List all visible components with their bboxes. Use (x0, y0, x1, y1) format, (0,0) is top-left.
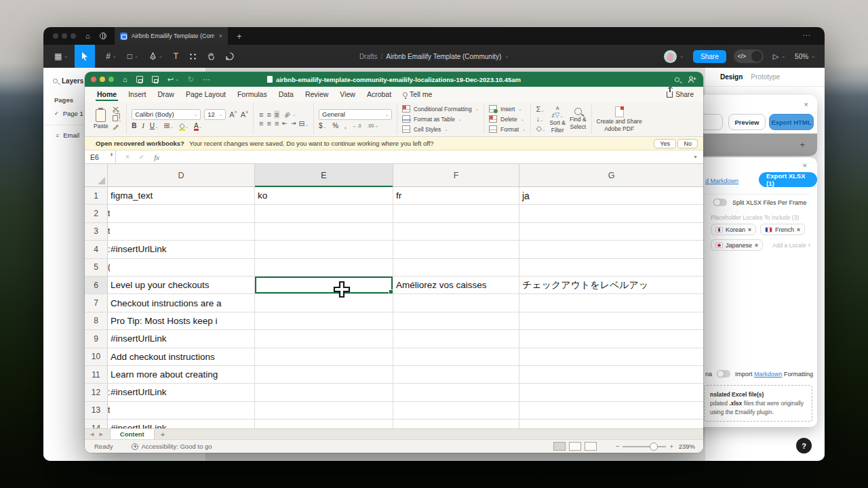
bold-button[interactable]: B (132, 122, 136, 129)
number-format-select[interactable]: General⌄ (319, 109, 392, 120)
split-xlsx-toggle[interactable] (713, 199, 727, 206)
window-control-dot[interactable] (62, 33, 67, 39)
cell-F7[interactable] (393, 294, 519, 311)
breadcrumb-file-title[interactable]: Airbnb Emailify Template (Community) (386, 53, 501, 60)
menu-tab-review[interactable]: Review (305, 90, 328, 98)
delete-cells-button[interactable]: Delete⌄ (489, 115, 526, 123)
cell-D8[interactable]: Pro Tip: Most Hosts keep i (108, 312, 255, 329)
pages-header[interactable]: Pages (54, 96, 73, 104)
cell-F5[interactable] (393, 259, 519, 276)
menu-tab-data[interactable]: Data (279, 90, 294, 98)
main-menu-button[interactable]: ▦⌄ (54, 52, 68, 61)
comment-tool-button[interactable] (226, 52, 234, 60)
insert-function-button[interactable]: fx (154, 153, 159, 161)
remove-locale-icon[interactable]: × (755, 242, 758, 249)
avatar[interactable] (664, 50, 677, 63)
zoom-window-button[interactable] (108, 77, 114, 82)
menu-tab-view[interactable]: View (340, 90, 355, 98)
cell-E14[interactable] (255, 420, 393, 428)
cell-G2[interactable] (519, 205, 703, 222)
name-box[interactable]: E6 ▲▼ (85, 150, 116, 163)
help-button[interactable]: ? (796, 438, 812, 453)
find-select-button[interactable]: Find & Select (570, 108, 587, 130)
cell-D7[interactable]: Checkout instructions are a (108, 294, 255, 311)
locale-chip-korean[interactable]: Korean× (711, 224, 756, 235)
import-markdown-toggle[interactable] (717, 370, 730, 378)
save-icon[interactable] (136, 76, 143, 83)
menu-share-button[interactable]: Share (667, 91, 694, 98)
zoom-in-button[interactable]: + (669, 443, 673, 450)
actions-tool-button[interactable] (189, 53, 197, 60)
menu-tab-draw[interactable]: Draw (157, 90, 174, 98)
clear-button[interactable]: ◇⌄ (536, 125, 545, 132)
frame-tool-button[interactable]: #⌄ (106, 52, 117, 61)
row-header-3[interactable]: 3 (85, 223, 108, 240)
share-person-icon[interactable] (688, 76, 696, 83)
align-top-button[interactable]: ≡ (258, 110, 264, 119)
markdown-link[interactable]: Markdown (754, 371, 783, 378)
orientation-button[interactable]: ab (283, 110, 292, 119)
adobe-pdf-button[interactable]: Create and Share Adobe PDF (597, 106, 642, 132)
row-header-13[interactable]: 13 (85, 402, 108, 419)
cell-F1[interactable]: fr (393, 187, 519, 204)
close-icon[interactable]: × (804, 100, 808, 108)
cell-G10[interactable] (519, 348, 703, 365)
merge-center-button[interactable]: ⊟⌄ (298, 120, 309, 127)
row-header-10[interactable]: 10 (85, 348, 108, 365)
sort-filter-button[interactable]: AZ▽⌄ Sort & Filter (549, 104, 566, 134)
row-header-11[interactable]: 11 (85, 366, 108, 383)
cell-G5[interactable] (519, 259, 703, 276)
row-header-6[interactable]: 6 (85, 277, 108, 293)
cell-D14[interactable]: #insertUrlLink (108, 420, 255, 428)
menu-tab-tell-me[interactable]: Tell me (403, 90, 432, 98)
cell-D1[interactable]: figma_text (108, 187, 255, 204)
name-box-stepper[interactable]: ▲▼ (110, 152, 113, 157)
cell-G11[interactable] (519, 366, 703, 383)
cell-F14[interactable] (393, 420, 519, 428)
cell-F12[interactable] (393, 384, 519, 401)
add-locale-button[interactable]: Add a Locale + (772, 242, 811, 249)
cell-E7[interactable] (255, 294, 393, 311)
borders-button[interactable]: ⊞⌄ (163, 122, 174, 129)
present-button[interactable]: ▷⌄ (773, 52, 785, 61)
menu-tab-acrobat[interactable]: Acrobat (367, 90, 391, 98)
cell-G1[interactable]: ja (519, 187, 703, 204)
search-icon[interactable] (675, 77, 679, 82)
currency-button[interactable]: $⌄ (319, 122, 326, 129)
increase-decimal-button[interactable]: .00→ (368, 123, 379, 128)
text-tool-button[interactable]: T (174, 52, 178, 61)
cell-styles-button[interactable]: Cell Styles⌄ (402, 125, 479, 133)
tab-prototype[interactable]: Prototype (751, 73, 780, 81)
cut-button[interactable] (113, 106, 121, 114)
export-html-button[interactable]: Export HTML (769, 114, 814, 130)
page-break-view-button[interactable] (585, 442, 597, 451)
more-icon[interactable]: ⋯ (203, 75, 210, 84)
chevron-down-icon[interactable]: ⌄ (505, 54, 509, 59)
save-as-icon[interactable] (152, 76, 159, 83)
cell-F11[interactable] (393, 366, 519, 383)
no-button[interactable]: No (677, 139, 698, 148)
cell-F13[interactable] (393, 402, 519, 419)
cell-D12[interactable]: :#insertUrlLink (108, 384, 255, 401)
font-name-select[interactable]: Calibri (Body)⌄ (132, 109, 201, 120)
cell-E10[interactable] (255, 348, 393, 365)
new-tab-button[interactable]: + (237, 31, 242, 41)
cell-E11[interactable] (255, 366, 393, 383)
cell-D5[interactable]: ( (108, 259, 255, 276)
cell-E13[interactable] (255, 402, 393, 419)
cell-D10[interactable]: Add checkout instructions (108, 348, 255, 365)
column-header-D[interactable]: D (108, 164, 255, 186)
cell-D9[interactable]: #insertUrlLink (108, 330, 255, 347)
share-button[interactable]: Share (693, 50, 726, 63)
cell-G9[interactable] (519, 330, 703, 347)
chevron-down-icon[interactable]: ⌄ (679, 54, 684, 59)
breadcrumb[interactable]: Drafts / Airbnb Emailify Template (Commu… (359, 45, 509, 68)
search-icon[interactable] (53, 79, 58, 83)
cell-F2[interactable] (393, 205, 519, 222)
align-right-button[interactable]: ≡ (274, 119, 279, 127)
comma-style-button[interactable]: , (344, 122, 347, 129)
cell-G6[interactable]: チェックアウトをレベルアッ (519, 277, 703, 293)
fill-button[interactable]: ↓⌄ (536, 115, 545, 123)
cell-E2[interactable] (255, 205, 393, 222)
window-control-dot[interactable] (53, 33, 58, 39)
